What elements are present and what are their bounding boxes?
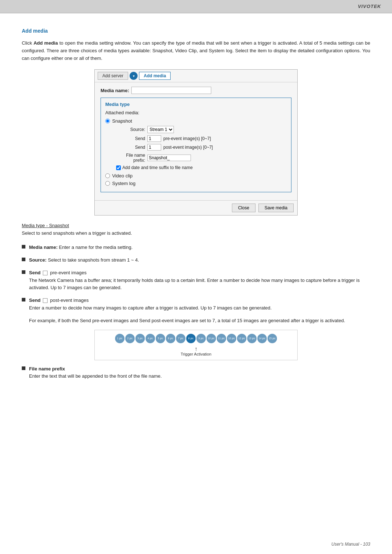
timeline-container: 1 pic2 pic3 pic4 pic5 pic6 pic7 pic8 pic… — [94, 330, 298, 360]
send-post-label: Send — [116, 145, 145, 150]
main-content: Add media Click Add media to open the me… — [0, 13, 392, 400]
brand-label: VIVOTEK — [358, 4, 381, 9]
bullet-content-source: Source: Select to take snapshots from st… — [29, 257, 370, 264]
timeline-bubble-11: 11 pic — [217, 334, 226, 343]
timeline-track: 1 pic2 pic3 pic4 pic5 pic6 pic7 pic8 pic… — [100, 334, 292, 343]
media-type-section: Media type Attached media: Snapshot Sour… — [101, 98, 291, 192]
send-pre-input[interactable] — [147, 135, 161, 142]
send-pre-detail: The Network Camera has a buffer area; it… — [29, 278, 360, 291]
bullet-media-name: Media name: Enter a name for the media s… — [22, 244, 370, 251]
bullet-content-media-name: Media name: Enter a name for the media s… — [29, 244, 370, 251]
timeline-arrow-icon: ↑ — [195, 346, 197, 352]
section-title: Add media — [22, 28, 370, 34]
send-pre-suffix: pre-event image(s) [0~7] — [163, 136, 211, 141]
video-clip-radio[interactable] — [105, 173, 110, 178]
media-type-title: Media type — [105, 102, 287, 107]
tab-arrow-icon[interactable]: ▾ — [130, 72, 138, 80]
bullet-send-pre: Send pre-event images The Network Camera… — [22, 269, 370, 292]
tab-add-server[interactable]: Add server — [98, 72, 128, 80]
timeline-trigger-label: Trigger Activation — [181, 352, 212, 356]
timeline-bubble-3: 3 pic — [135, 334, 145, 343]
system-log-radio-row: System log — [105, 181, 287, 186]
timeline-arrow-area: ↑ Trigger Activation — [100, 346, 292, 356]
bullet-content-file-name: File name prefix Enter the text that wil… — [29, 365, 370, 381]
add-datetime-checkbox[interactable] — [116, 165, 121, 170]
timeline-bubble-15: 14 pic — [257, 334, 267, 343]
file-name-prefix-label: File name prefix: — [116, 153, 145, 163]
timeline-bubble-14: 13 pic — [247, 334, 257, 343]
bullet-source: Source: Select to take snapshots from st… — [22, 257, 370, 264]
send-post-row: Send post-event image(s) [0~7] — [116, 144, 287, 151]
media-type-snapshot-label: Media type - Snapshot — [22, 223, 370, 228]
file-name-detail: Enter the text that will be appended to … — [29, 373, 162, 379]
send-post-detail: Enter a number to decide how many images… — [29, 305, 271, 311]
media-name-input[interactable] — [131, 87, 211, 94]
send-post-input[interactable] — [147, 144, 161, 151]
timeline-bubble-5: 5 pic — [156, 334, 165, 343]
system-log-label: System log — [112, 181, 135, 186]
bullet-section: Media name: Enter a name for the media s… — [22, 244, 370, 380]
timeline-bubble-6: 6 pic — [166, 334, 175, 343]
send-post-suffix: post-event image(s) [0~7] — [163, 145, 213, 150]
top-bar: VIVOTEK — [0, 0, 392, 13]
timeline-bubble-12: 10 pic — [227, 334, 236, 343]
dialog-box: Add server ▾ Add media Media name: Media… — [94, 69, 298, 216]
dialog-tabs: Add server ▾ Add media — [95, 70, 297, 82]
dialog-footer: Close Save media — [95, 200, 297, 215]
snapshot-label: Snapshot — [112, 118, 132, 124]
save-media-button[interactable]: Save media — [258, 204, 294, 212]
snapshot-options: Source: Stream 1 Stream 2 Stream 3 Strea… — [105, 126, 287, 170]
system-log-radio[interactable] — [105, 181, 110, 186]
timeline-bubble-16: 15 pic — [268, 334, 277, 343]
timeline-bubble-7: 7 pic — [176, 334, 185, 343]
bullet-content-send-pre: Send pre-event images The Network Camera… — [29, 269, 370, 292]
send-pre-row: Send pre-event image(s) [0~7] — [116, 135, 287, 142]
source-label: Source: — [116, 127, 145, 132]
stream-select[interactable]: Stream 1 Stream 2 Stream 3 Stream 4 — [147, 126, 174, 133]
bullet-icon-source — [22, 258, 25, 261]
desc-section: Media type - Snapshot Select to send sna… — [22, 223, 370, 237]
bullet-icon-send-pre — [22, 270, 25, 274]
timeline-bubble-1: 1 pic — [115, 334, 124, 343]
bullet-icon-send-post — [22, 298, 25, 301]
example-paragraph: For example, if both the Send pre-event … — [29, 317, 370, 325]
bullet-bold-send-pre: Send — [29, 270, 41, 275]
video-clip-label: Video clip — [112, 173, 132, 178]
page-wrapper: VIVOTEK Add media Click Add media to ope… — [0, 0, 392, 554]
video-clip-radio-row: Video clip — [105, 173, 287, 178]
page-footer: User's Manual - 103 — [331, 542, 370, 547]
send-pre-checkbox-inline — [43, 271, 48, 275]
send-post-checkbox-inline — [43, 298, 48, 303]
footer-text: User's Manual - 103 — [331, 542, 370, 547]
timeline-bubble-10: 10 pic — [207, 334, 216, 343]
bullet-icon-media-name — [22, 245, 25, 249]
timeline-bubble-13: 12 pic — [237, 334, 246, 343]
media-type-snapshot-text: Select to send snapshots when a trigger … — [22, 230, 370, 237]
attached-media-label: Attached media: — [105, 110, 287, 115]
file-name-prefix-input[interactable] — [147, 155, 191, 161]
source-row: Source: Stream 1 Stream 2 Stream 3 Strea… — [116, 126, 287, 133]
bullet-content-send-post: Send post-event images Enter a number to… — [29, 297, 370, 312]
snapshot-radio-row: Snapshot — [105, 118, 287, 124]
file-name-prefix-row: File name prefix: — [116, 153, 287, 163]
media-name-row: Media name: — [101, 87, 291, 94]
timeline-bubble-4: 4 pic — [146, 334, 155, 343]
bullet-bold-send-post: Send — [29, 297, 41, 303]
bullet-icon-file-name — [22, 366, 25, 370]
close-button[interactable]: Close — [232, 204, 256, 212]
bullet-send-post: Send post-event images Enter a number to… — [22, 297, 370, 312]
add-datetime-label: Add date and time suffix to file name — [122, 165, 193, 170]
media-name-label: Media name: — [101, 88, 129, 93]
add-datetime-row: Add date and time suffix to file name — [116, 165, 287, 170]
bullet-bold-media-name: Media name: — [29, 245, 58, 250]
timeline-bubble-8: 8 pic — [186, 334, 196, 343]
dialog-body: Media name: Media type Attached media: S… — [95, 82, 297, 200]
timeline-bubble-9: 9 pic — [196, 334, 206, 343]
intro-paragraph: Click Add media to open the media settin… — [22, 40, 370, 62]
bullet-file-name: File name prefix Enter the text that wil… — [22, 365, 370, 381]
send-pre-label: Send — [116, 136, 145, 141]
bullet-bold-source: Source: — [29, 257, 46, 263]
bullet-bold-file-name: File name prefix — [29, 366, 65, 372]
snapshot-radio[interactable] — [105, 119, 110, 123]
tab-add-media[interactable]: Add media — [139, 72, 171, 80]
